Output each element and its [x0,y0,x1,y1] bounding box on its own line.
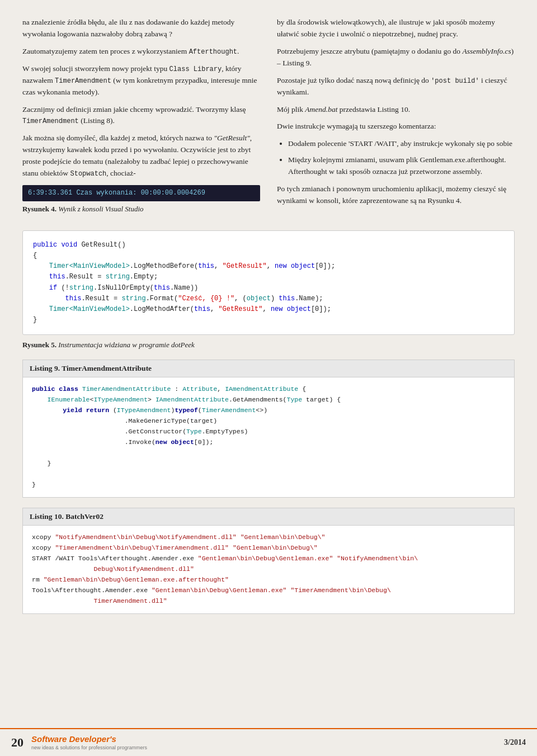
listing9-header: Listing 9. TimerAmendmentAttribute [22,360,515,377]
footer-left: 20 Software Developer's new ideas & solu… [11,734,147,751]
listing9-code: public class TimerAmendmentAttribute : A… [22,377,515,498]
listing9-section: Listing 9. TimerAmendmentAttribute publi… [22,360,515,498]
listing10-code: xcopy "NotifyAmendment\bin\Debug\NotifyA… [22,525,515,614]
right-para-1: by dla środowisk wielowątkowych), ale il… [277,17,515,40]
left-para-3: W swojej solucji stworzyłem nowy projekt… [22,63,260,98]
right-para-4: Mój plik Amend.bat przedstawia Listing 1… [277,104,515,116]
left-para-4: Zacznijmy od definicji zmian jakie chcem… [22,104,260,127]
bullet-item-2: Między kolejnymi zmianami, usuwam plik G… [288,154,515,178]
figure4-label: Rysunek 4. Wynik z konsoli Visual Studio [22,204,260,215]
right-column: by dla środowisk wielowątkowych), ale il… [277,17,515,220]
bullet-list: Dodałem polecenie 'START /WAIT', aby ins… [277,138,515,178]
left-para-2: Zautomatyzujemy zatem ten proces z wykor… [22,46,260,58]
listing10-header: Listing 10. BatchVer02 [22,508,515,525]
right-para-3: Pozostaje już tylko dodać naszą nową def… [277,75,515,98]
figure5-label: Rysunek 5. Instrumentacja widziana w pro… [22,341,515,349]
main-code-block: public void GetResult() { Timer<MainView… [22,230,515,336]
brand-name: Software Developer's [31,734,147,745]
left-para-1: na znalezienie źródła błędu, ale ilu z n… [22,17,260,40]
console-output: 6:39:33.361 Czas wykonania: 00:00:00.000… [22,185,260,201]
footer-date: 3/2014 [504,738,526,747]
left-column: na znalezienie źródła błędu, ale ilu z n… [22,17,260,220]
left-para-5: Jak można się domyśleć, dla każdej z met… [22,133,260,179]
page-number: 20 [11,735,23,750]
right-para-5: Dwie instrukcje wymagają tu szerszego ko… [277,121,515,133]
right-para-2: Potrzebujemy jeszcze atrybutu (pamiętajm… [277,46,515,69]
bullet-item-1: Dodałem polecenie 'START /WAIT', aby ins… [288,138,515,150]
console-text: 6:39:33.361 Czas wykonania: 00:00:00.000… [28,189,205,197]
page: na znalezienie źródła błędu, ale ilu z n… [0,0,537,756]
two-column-section: na znalezienie źródła błędu, ale ilu z n… [22,17,515,220]
right-final-para: Po tych zmianach i ponownym uruchomieniu… [277,183,515,207]
brand-tagline: new ideas & solutions for professional p… [31,745,147,752]
listing10-section: Listing 10. BatchVer02 xcopy "NotifyAmen… [22,508,515,614]
footer: 20 Software Developer's new ideas & solu… [0,728,537,756]
footer-logo: Software Developer's new ideas & solutio… [31,734,147,751]
